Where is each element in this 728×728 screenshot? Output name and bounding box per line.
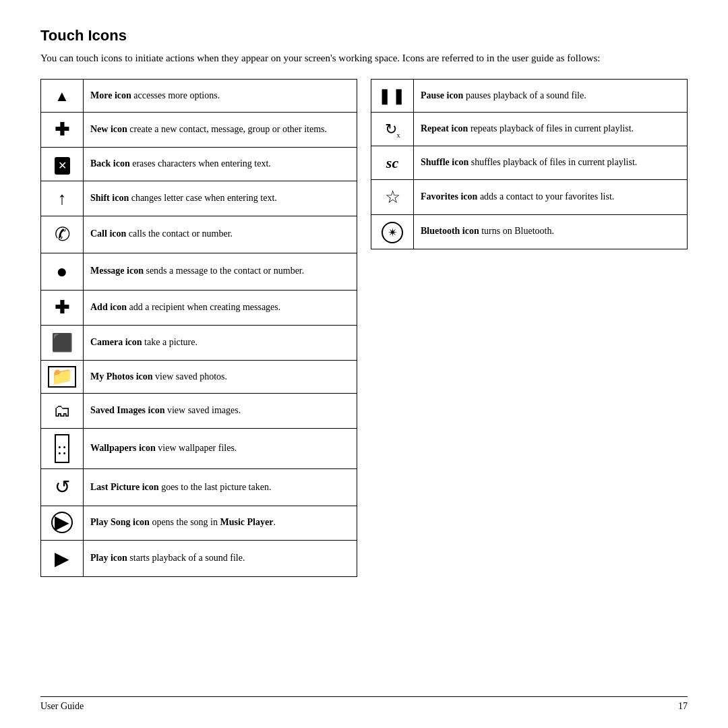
table-row: ❚❚Pause icon pauses playback of a sound … xyxy=(371,80,688,113)
new-icon: ✚ xyxy=(41,113,84,148)
table-row: ☆Favorites icon adds a contact to your f… xyxy=(371,179,688,214)
icon-description: Repeat icon repeats playback of files in… xyxy=(414,113,688,146)
icon-description: Camera icon take a picture. xyxy=(84,325,357,360)
saved-images-icon: 🗂 xyxy=(41,394,84,429)
table-row: ⬛Camera icon take a picture. xyxy=(41,325,357,360)
table-row: 📁My Photos icon view saved photos. xyxy=(41,360,357,393)
shuffle-icon: sc xyxy=(371,146,414,179)
icon-description: Last Picture icon goes to the last pictu… xyxy=(84,469,357,506)
play-song-icon: ▶ xyxy=(41,506,84,540)
table-row: ▶Play Song icon opens the song in Music … xyxy=(41,506,357,540)
footer: User Guide 17 xyxy=(40,696,688,712)
icon-description: Saved Images icon view saved images. xyxy=(84,394,357,429)
icon-description: More icon accesses more options. xyxy=(84,80,357,113)
pause-icon: ❚❚ xyxy=(371,80,414,113)
table-row: ✕Back icon erases characters when enteri… xyxy=(41,148,357,181)
table-row: ▶Play icon starts playback of a sound fi… xyxy=(41,540,357,577)
table-row: scShuffle icon shuffles playback of file… xyxy=(371,146,688,179)
table-row: ✴Bluetooth icon turns on Bluetooth. xyxy=(371,214,688,249)
icon-description: Pause icon pauses playback of a sound fi… xyxy=(414,80,688,113)
table-row: ●Message icon sends a message to the con… xyxy=(41,253,357,290)
wallpapers-icon: :: xyxy=(41,429,84,469)
table-row: ↑Shift icon changes letter case when ent… xyxy=(41,181,357,216)
last-picture-icon: ↺ xyxy=(41,469,84,506)
icon-description: Wallpapers icon view wallpaper files. xyxy=(84,429,357,469)
table-row: ✆Call icon calls the contact or number. xyxy=(41,216,357,253)
shift-icon: ↑ xyxy=(41,181,84,216)
icon-description: Bluetooth icon turns on Bluetooth. xyxy=(414,214,688,249)
table-row: ✚Add icon add a recipient when creating … xyxy=(41,290,357,325)
table-row: ↻xRepeat icon repeats playback of files … xyxy=(371,113,688,146)
table-row: ::Wallpapers icon view wallpaper files. xyxy=(41,429,357,469)
back-icon: ✕ xyxy=(41,148,84,181)
bluetooth-icon: ✴ xyxy=(371,214,414,249)
favorites-icon: ☆ xyxy=(371,179,414,214)
page: Touch Icons You can touch icons to initi… xyxy=(0,0,728,728)
repeat-icon: ↻x xyxy=(371,113,414,146)
right-icon-table: ❚❚Pause icon pauses playback of a sound … xyxy=(371,79,688,249)
footer-page-number: 17 xyxy=(678,701,688,712)
tables-container: ▲More icon accesses more options.✚New ic… xyxy=(40,79,688,577)
icon-description: Call icon calls the contact or number. xyxy=(84,216,357,253)
icon-description: Play Song icon opens the song in Music P… xyxy=(84,506,357,540)
call-icon: ✆ xyxy=(41,216,84,253)
left-icon-table: ▲More icon accesses more options.✚New ic… xyxy=(40,79,357,577)
table-row: ↺Last Picture icon goes to the last pict… xyxy=(41,469,357,506)
more-icon: ▲ xyxy=(41,80,84,113)
icon-description: Add icon add a recipient when creating m… xyxy=(84,290,357,325)
table-row: ▲More icon accesses more options. xyxy=(41,80,357,113)
icon-description: New icon create a new contact, message, … xyxy=(84,113,357,148)
add-icon: ✚ xyxy=(41,290,84,325)
icon-description: Message icon sends a message to the cont… xyxy=(84,253,357,290)
table-row: ✚New icon create a new contact, message,… xyxy=(41,113,357,148)
camera-icon: ⬛ xyxy=(41,325,84,360)
icon-description: Back icon erases characters when enterin… xyxy=(84,148,357,181)
intro-text: You can touch icons to initiate actions … xyxy=(40,51,688,65)
icon-description: Play icon starts playback of a sound fil… xyxy=(84,540,357,577)
icon-description: Favorites icon adds a contact to your fa… xyxy=(414,179,688,214)
message-icon: ● xyxy=(41,253,84,290)
page-title: Touch Icons xyxy=(40,27,688,44)
icon-description: My Photos icon view saved photos. xyxy=(84,360,357,393)
icon-description: Shuffle icon shuffles playback of files … xyxy=(414,146,688,179)
footer-label: User Guide xyxy=(40,701,84,712)
my-photos-icon: 📁 xyxy=(41,360,84,393)
icon-description: Shift icon changes letter case when ente… xyxy=(84,181,357,216)
play-icon: ▶ xyxy=(41,540,84,577)
table-row: 🗂Saved Images icon view saved images. xyxy=(41,394,357,429)
